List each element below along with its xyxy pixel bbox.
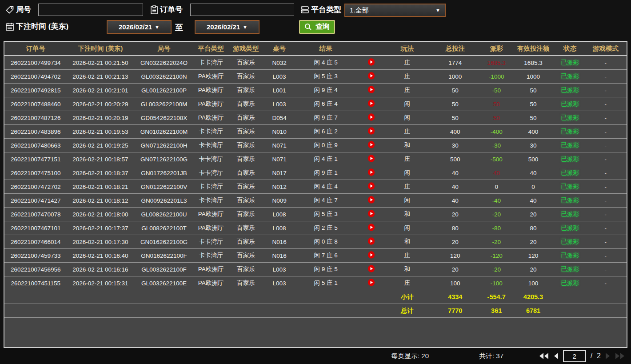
last-page-button[interactable] [615,353,625,359]
replay-video-icon[interactable] [367,279,375,286]
cell-replay[interactable] [357,263,386,276]
replay-video-icon[interactable] [367,141,375,148]
replay-video-icon[interactable] [367,210,375,217]
cell-table_no: N071 [264,139,294,152]
cell-payout: 50 [482,111,511,125]
cell-table_no: N017 [264,166,294,180]
replay-video-icon[interactable] [367,251,375,259]
chevron-down-icon: ▼ [435,8,440,13]
replay-video-icon[interactable] [367,72,375,80]
replay-video-icon[interactable] [367,168,375,176]
pagination: / 2 [539,350,625,362]
replay-video-icon[interactable] [367,58,375,66]
replay-video-icon[interactable] [367,127,375,135]
cell-play_type: 庄 [386,152,428,166]
clipboard-icon [150,5,158,14]
cell-payout: -1000 [482,70,511,84]
query-button[interactable]: 查询 [299,20,335,34]
table-row: 2602210074660142026-02-21 00:17:30GN0162… [4,235,627,249]
platform-type-select[interactable]: 1.全部 ▼ [344,4,446,17]
cell-total_bet: 50 [428,84,482,97]
cell-status: 已派彩 [555,194,584,208]
cell-order_no: 260221007494702 [4,70,67,84]
cell-replay[interactable] [357,249,386,263]
cell-platform: 卡卡湾厅 [194,139,228,152]
table-row: 2602210074714272026-02-21 00:18:12GN0092… [4,194,627,208]
replay-video-icon[interactable] [367,265,375,272]
cell-game_mode: - [584,208,627,221]
table-row: 2602210074511552026-02-21 00:15:31GL0032… [4,276,627,290]
cell-total_bet: 30 [428,139,482,152]
date-to-select[interactable]: 2026/02/21 ▼ [195,20,260,34]
table-row: 2602210074700782026-02-21 00:18:00GL0082… [4,208,627,221]
cell-replay[interactable] [357,125,386,139]
page-number-input[interactable] [563,350,586,362]
order-no-input[interactable] [190,4,294,16]
cell-status: 已派彩 [555,125,584,139]
cell-valid_bet: 50 [511,97,555,111]
replay-video-icon[interactable] [367,196,375,204]
empty-cell [134,290,194,304]
cell-bet_time: 2026-02-21 00:16:40 [67,249,134,263]
cell-replay[interactable] [357,84,386,97]
cell-replay[interactable] [357,152,386,166]
cell-replay[interactable] [357,166,386,180]
cell-valid_bet: 0 [511,180,555,194]
cell-replay[interactable] [357,276,386,290]
replay-video-icon[interactable] [367,86,375,93]
grand-total-row-valid-bet: 6781 [511,304,555,318]
cell-replay[interactable] [357,221,386,235]
replay-video-icon[interactable] [367,100,375,107]
cell-result: 闲 5 庄 1 [295,276,357,290]
cell-status: 已派彩 [555,221,584,235]
date-from-select[interactable]: 2026/02/21 ▼ [107,20,172,34]
cell-payout: 0 [482,180,511,194]
empty-cell [295,290,357,304]
cell-status: 已派彩 [555,235,584,249]
cell-replay[interactable] [357,194,386,208]
cell-replay[interactable] [357,97,386,111]
cell-replay[interactable] [357,180,386,194]
cell-replay[interactable] [357,56,386,70]
cell-game_no: GN0712622100G [134,152,194,166]
replay-video-icon[interactable] [367,113,375,121]
subtotal-row-label: 小计 [386,290,428,304]
first-page-button[interactable] [539,353,549,359]
cell-game_type: 百家乐 [228,221,264,235]
cell-table_no: N012 [264,180,294,194]
cell-play_type: 闲 [386,221,428,235]
previous-page-button[interactable] [553,353,559,359]
cell-payout: 1685.3 [482,56,511,70]
grand-total-row-label: 总计 [386,304,428,318]
empty-cell [194,290,228,304]
cell-game_no: GN0122622100V [134,180,194,194]
column-header-total_bet: 总投注 [428,42,482,56]
cell-platform: PA欧洲厅 [194,208,228,221]
platform-type-filter: 平台类型 [300,4,341,15]
next-page-button[interactable] [605,353,611,359]
cell-platform: PA欧洲厅 [194,97,228,111]
game-no-input[interactable] [38,4,143,16]
replay-video-icon[interactable] [367,224,375,231]
cell-replay[interactable] [357,111,386,125]
cell-bet_time: 2026-02-21 00:21:01 [67,84,134,97]
table-row: 2602210074838962026-02-21 00:19:53GN0102… [4,125,627,139]
empty-cell [4,290,67,304]
cell-replay[interactable] [357,208,386,221]
cell-valid_bet: 20 [511,235,555,249]
replay-video-icon[interactable] [367,155,375,162]
cell-game_type: 百家乐 [228,139,264,152]
cell-replay[interactable] [357,70,386,84]
cell-result: 闲 4 庄 1 [295,152,357,166]
table-row: 2602210074771512026-02-21 00:18:57GN0712… [4,152,627,166]
chevron-down-icon: ▼ [155,24,160,30]
column-header-valid_bet: 有效投注额 [511,42,555,56]
replay-video-icon[interactable] [367,182,375,190]
cell-game_mode: - [584,84,627,97]
cell-replay[interactable] [357,235,386,249]
cell-game_no: GD0542622108X [134,111,194,125]
cell-play_type: 庄 [386,249,428,263]
replay-video-icon[interactable] [367,237,375,245]
cell-total_bet: 50 [428,97,482,111]
cell-replay[interactable] [357,139,386,152]
